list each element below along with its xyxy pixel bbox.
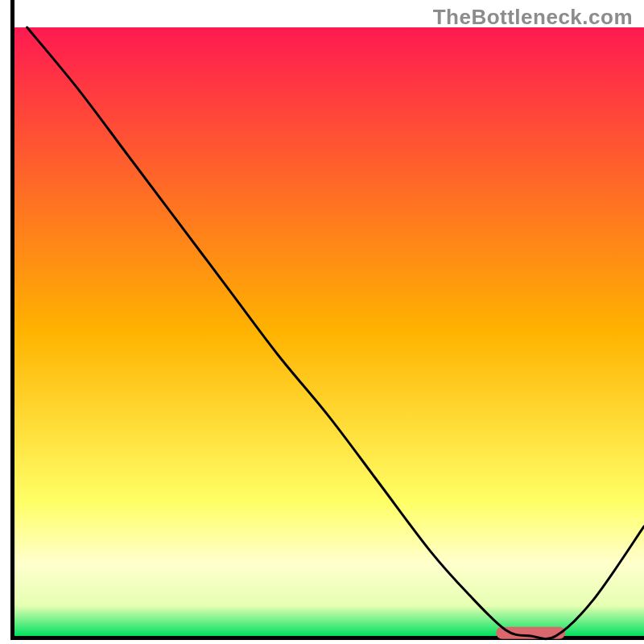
watermark-text: TheBottleneck.com [433,5,633,30]
bottleneck-chart [0,0,644,644]
chart-container: TheBottleneck.com [0,0,644,644]
plot-area [14,27,644,636]
gradient-background [14,27,644,636]
